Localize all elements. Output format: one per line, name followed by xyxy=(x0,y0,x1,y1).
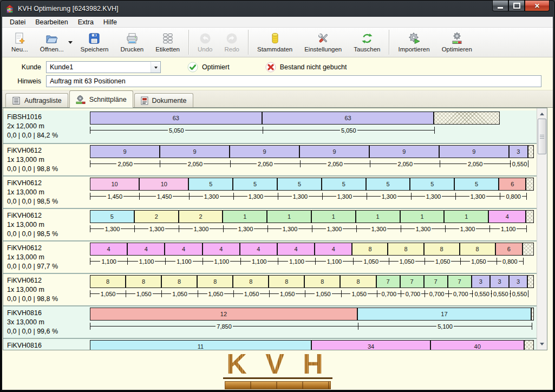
plan-segment[interactable]: 9 xyxy=(160,146,230,158)
plan-segment[interactable]: 4 xyxy=(489,211,526,223)
close-button[interactable]: ✕ xyxy=(525,1,550,11)
plan-segment[interactable]: 63 xyxy=(263,112,435,124)
plan-segment[interactable]: 7 xyxy=(425,276,448,288)
menu-item-bearbeiten[interactable]: Bearbeiten xyxy=(30,18,73,27)
plan-segment[interactable]: 17 xyxy=(358,308,532,320)
plan-segment[interactable]: 5 xyxy=(322,178,367,190)
optimize-button[interactable]: Optimieren xyxy=(436,29,478,56)
plan-segment[interactable]: 5 xyxy=(410,178,455,190)
cutting-plan-row[interactable]: FiKVH06121x 13,000 m0,0 | 0,0 | 97,7 %44… xyxy=(3,240,537,273)
import-button[interactable]: Importieren xyxy=(392,29,435,56)
plan-segment[interactable]: 9 xyxy=(370,146,440,158)
plan-segment[interactable]: 8 xyxy=(162,276,198,288)
plan-segment[interactable]: 8 xyxy=(388,243,424,255)
doc-icon xyxy=(141,96,148,105)
tab-auftragsliste[interactable]: Auftragsliste xyxy=(5,93,68,107)
menu-item-extra[interactable]: Extra xyxy=(73,18,99,27)
print-button[interactable]: Drucken xyxy=(114,29,149,56)
plan-segment[interactable]: 1 xyxy=(267,211,312,223)
scroll-down-button[interactable] xyxy=(537,341,547,350)
plan-segment[interactable]: 63 xyxy=(90,112,263,124)
toolbar-button-label: Stammdaten xyxy=(257,46,292,53)
vertical-scrollbar[interactable] xyxy=(537,108,547,350)
tab-dokumente[interactable]: Dokumente xyxy=(134,93,193,107)
plan-segment[interactable]: 4 xyxy=(203,243,240,255)
open-button[interactable]: Öffnen... xyxy=(34,29,70,56)
plan-segment[interactable]: 3 xyxy=(472,276,491,288)
plan-segment[interactable]: 5 xyxy=(189,178,233,190)
plan-segment[interactable]: 3 xyxy=(491,276,510,288)
plan-segment[interactable]: 4 xyxy=(128,243,165,255)
plan-segment[interactable]: 4 xyxy=(165,243,203,255)
minimize-button[interactable] xyxy=(492,1,508,11)
labels-button[interactable]: Etiketten xyxy=(149,29,186,56)
plan-segment[interactable]: 9 xyxy=(90,146,160,158)
plan-segment[interactable]: 2 xyxy=(135,211,179,223)
plan-segment[interactable]: 2 xyxy=(179,211,224,223)
plan-segment[interactable]: 1 xyxy=(312,211,356,223)
plan-segment[interactable]: 8 xyxy=(460,243,496,255)
plan-segment[interactable]: 5 xyxy=(367,178,411,190)
cutting-plan-row[interactable]: FiKVH06121x 13,000 m0,0 | 0,0 | 98,5 %52… xyxy=(3,208,537,240)
plan-segment[interactable]: 9 xyxy=(300,146,370,158)
plan-segment[interactable]: 10 xyxy=(90,178,140,190)
plan-segment[interactable]: 4 xyxy=(278,243,315,255)
plan-segment[interactable]: 8 xyxy=(305,276,341,288)
plan-segment[interactable]: 8 xyxy=(352,243,388,255)
maximize-button[interactable] xyxy=(508,1,525,11)
cutting-plan-row[interactable]: FiKVH06121x 13,000 m0,0 | 0,0 | 98,8 %99… xyxy=(3,143,537,175)
plan-segment[interactable]: 7 xyxy=(401,276,425,288)
plan-segment[interactable]: 8 xyxy=(341,276,376,288)
plan-segment[interactable]: 1 xyxy=(445,211,489,223)
plan-segment[interactable]: 1 xyxy=(401,211,445,223)
plan-segment[interactable]: 6 xyxy=(496,243,523,255)
plan-segment[interactable]: 7 xyxy=(377,276,401,288)
menu-item-datei[interactable]: Datei xyxy=(5,18,30,27)
swap-button[interactable]: Tauschen xyxy=(348,29,386,56)
scrollbar-thumb[interactable] xyxy=(538,119,546,154)
plan-segment[interactable]: 12 xyxy=(90,308,358,320)
plan-segment[interactable]: 8 xyxy=(126,276,162,288)
open-dropdown-button[interactable] xyxy=(67,29,75,56)
plan-segment[interactable]: 8 xyxy=(233,276,269,288)
settings-button[interactable]: Einstellungen xyxy=(298,29,348,56)
menu-item-hilfe[interactable]: Hilfe xyxy=(99,18,122,27)
masterdata-button[interactable]: Stammdaten xyxy=(251,29,298,56)
plan-segment[interactable]: 5 xyxy=(455,178,499,190)
plan-segment[interactable]: 5 xyxy=(278,178,322,190)
stock-bar: 444444488886 xyxy=(90,243,534,256)
plan-segment[interactable]: 3 xyxy=(510,276,528,288)
cutting-plan-row[interactable]: FiKVH08163x 13,000 m0,0 | 0,0 | 99,6 %12… xyxy=(3,305,537,338)
plan-segment[interactable]: 1 xyxy=(356,211,401,223)
plan-segment[interactable]: 8 xyxy=(198,276,233,288)
hinweis-input[interactable] xyxy=(46,75,541,87)
plan-segment[interactable]: 9 xyxy=(230,146,300,158)
plan-segment[interactable]: 8 xyxy=(425,243,460,255)
dimension: 5,050 xyxy=(263,127,435,134)
combo-dropdown-button[interactable] xyxy=(151,62,160,73)
plan-segment[interactable]: 7 xyxy=(448,276,472,288)
plan-segment[interactable]: 6 xyxy=(499,178,526,190)
plan-segment[interactable]: 40 xyxy=(431,341,525,350)
kunde-combobox[interactable]: Kunde1 xyxy=(46,61,161,73)
tab-schnittplaene[interactable]: Schnittpläne xyxy=(69,90,133,108)
plan-segment[interactable]: 5 xyxy=(90,211,135,223)
new-button[interactable]: Neu... xyxy=(5,29,34,56)
plan-segment[interactable]: 8 xyxy=(269,276,305,288)
plan-row-label: FiBSH10162x 12,000 m0,0 | 0,0 | 84,2 % xyxy=(3,110,90,143)
cutting-plan-row[interactable]: FiKVH06121x 13,000 m0,0 | 0,0 | 98,8 %88… xyxy=(3,273,537,305)
scroll-up-button[interactable] xyxy=(537,108,547,117)
plan-segment[interactable]: 4 xyxy=(90,243,128,255)
plan-segment[interactable]: 34 xyxy=(312,341,431,350)
plan-segment[interactable]: 3 xyxy=(510,146,528,158)
plan-segment[interactable]: 9 xyxy=(440,146,510,158)
cutting-plan-row[interactable]: FiBSH10162x 12,000 m0,0 | 0,0 | 84,2 %63… xyxy=(3,110,537,143)
plan-segment[interactable]: 4 xyxy=(315,243,352,255)
plan-segment[interactable]: 8 xyxy=(90,276,126,288)
cutting-plan-row[interactable]: FiKVH06121x 13,000 m0,0 | 0,0 | 98,5 %10… xyxy=(3,175,537,208)
plan-segment[interactable]: 10 xyxy=(140,178,189,190)
save-button[interactable]: Speichern xyxy=(75,29,115,56)
plan-segment[interactable]: 4 xyxy=(240,243,278,255)
plan-segment[interactable]: 5 xyxy=(233,178,278,190)
plan-segment[interactable]: 1 xyxy=(223,211,267,223)
